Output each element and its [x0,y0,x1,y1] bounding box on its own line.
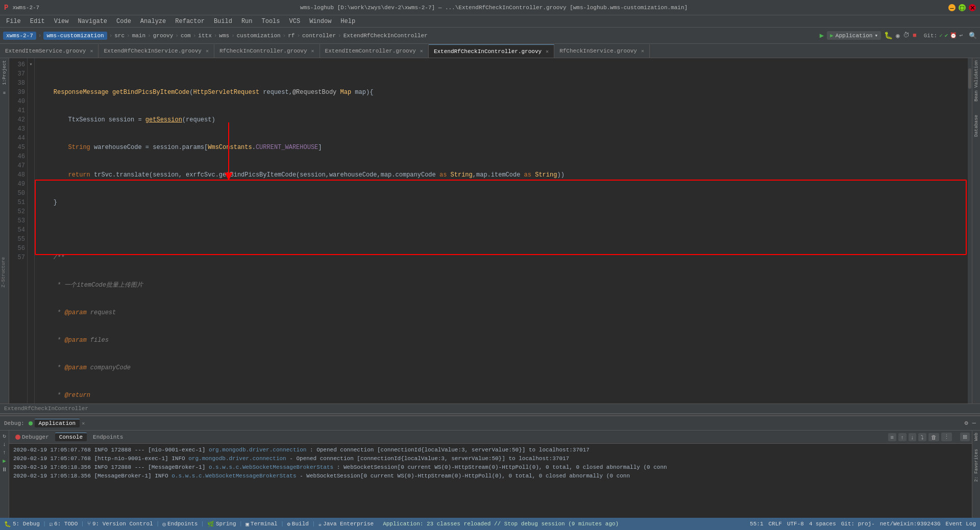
menu-navigate[interactable]: Navigate [74,17,111,26]
run-icon[interactable]: ▶ [820,31,824,40]
tab-close-icon[interactable]: ✕ [420,48,423,54]
status-spring[interactable]: 🌿 Spring [207,521,236,527]
tab-extend-rf-checkin-service[interactable]: ExtendRfCheckInService.groovy ✕ [99,44,214,58]
tab-console[interactable]: Console [55,433,87,441]
pause-icon[interactable]: ⏸ [2,466,7,473]
coverage-icon[interactable]: ◉ [896,32,900,40]
tab-close-icon[interactable]: ✕ [641,48,644,54]
minimize-button[interactable]: – [948,4,955,11]
scrollbar-thumb[interactable] [968,68,971,89]
menu-view[interactable]: View [50,17,73,26]
sidebar-project-icon[interactable]: 1:Project [2,60,7,85]
cursor-position[interactable]: 55:1 [750,521,763,527]
database-label[interactable]: Database [974,115,979,137]
code-editor[interactable]: ResponseMessage getBindPicsByItemCode(Ht… [35,58,968,403]
more-btn[interactable]: ⋮ [941,433,952,441]
breadcrumb-com[interactable]: com [181,33,191,39]
debug-close-icon[interactable]: ✕ [82,420,85,426]
app-selector[interactable]: ▶ Application ▾ [827,31,881,40]
debug-settings-icon[interactable]: ⚙ [965,419,968,427]
breadcrumb-src[interactable]: src [114,33,125,39]
fold-icon[interactable]: ▾ [28,60,34,69]
git-revert-icon[interactable]: ↩ [959,32,963,39]
git-history-icon[interactable]: ⏰ [950,32,957,39]
close-button[interactable]: ✕ [969,4,976,11]
tab-close-icon[interactable]: ✕ [546,48,549,55]
menu-vcs[interactable]: VCS [285,17,305,26]
tab-rf-checkin-controller[interactable]: RfCheckInController.groovy ✕ [214,44,320,58]
breadcrumb-customization[interactable]: customization [237,33,281,39]
status-java-enterprise[interactable]: ☕ Java Enterprise [318,521,374,527]
code-area[interactable]: 36 37 38 39 40 41 42 43 44 45 46 47 48 4… [9,58,980,403]
git-tick-icon[interactable]: ✔ [945,32,948,39]
tab-close-icon[interactable]: ✕ [90,48,93,54]
debug-header: Debug: Application ✕ ⚙ — [0,416,980,431]
breadcrumb-groovy[interactable]: groovy [153,33,174,39]
breadcrumb-file[interactable]: ExtendRfCheckInController [344,33,428,39]
scroll-down-btn[interactable]: ↓ [909,433,917,441]
tab-application[interactable]: Application [35,419,80,427]
web-label[interactable]: Web [974,433,979,441]
clear-btn[interactable]: 🗑 [928,433,939,441]
tab-extend-item-service[interactable]: ExtendItemService.groovy ✕ [0,44,99,58]
tab-rf-checkin-service[interactable]: RfCheckInService.groovy ✕ [554,44,650,58]
menu-refactor[interactable]: Refactor [171,17,209,26]
status-vcs[interactable]: ⑂ 9: Version Control [87,521,153,527]
breadcrumb-wms[interactable]: wms [219,33,229,39]
menu-run[interactable]: Run [237,17,257,26]
filter-btn[interactable]: ≡ [888,433,896,441]
tab-extend-item-controller[interactable]: ExtendItemController.groovy ✕ [320,44,429,58]
resume-icon[interactable]: ▶ [3,458,6,464]
step-over-icon[interactable]: ↻ [3,433,6,439]
tab-endpoints[interactable]: Endpoints [89,433,127,441]
menu-window[interactable]: Window [305,17,335,26]
bean-validation-label[interactable]: Bean Validation [974,60,979,102]
event-log-btn[interactable]: Event Log [946,521,976,527]
breadcrumb-controller[interactable]: controller [302,33,336,39]
status-todo[interactable]: ☑ 6: TODO [49,521,78,527]
status-build[interactable]: ⚙ Build [287,521,309,527]
scrollbar-vertical[interactable] [968,58,972,403]
maximize-button[interactable]: □ [959,4,966,11]
layout-btn[interactable]: ⊞ [960,433,970,441]
spring-icon: 🌿 [207,521,214,527]
project-badge[interactable]: xwms-2-7 [3,32,36,40]
breadcrumb-main[interactable]: main [132,33,145,39]
favorites-label[interactable]: 2: Favorites [974,449,979,482]
menu-build[interactable]: Build [210,17,236,26]
sidebar-structure-icon[interactable]: ≡ [3,91,6,96]
step-in-icon[interactable]: ↓ [3,441,6,447]
charset[interactable]: UTF-8 [787,521,804,527]
debug-run-icon[interactable]: 🐛 [884,31,893,40]
menu-analyze[interactable]: Analyze [136,17,170,26]
menu-code[interactable]: Code [112,17,135,26]
search-icon[interactable]: 🔍 [969,32,977,40]
profile-icon[interactable]: ⏱ [903,32,910,39]
step-out-icon[interactable]: ↑ [3,449,6,456]
tab-debugger[interactable]: Debugger [11,433,53,441]
menu-tools[interactable]: Tools [258,17,284,26]
menu-file[interactable]: File [2,17,25,26]
git-check-icon[interactable]: ✓ [939,32,943,39]
line-ending[interactable]: CRLF [769,521,782,527]
breadcrumb-rf[interactable]: rf [288,33,295,39]
scroll-up-btn[interactable]: ↑ [898,433,906,441]
stop-icon[interactable]: ■ [913,32,917,39]
menu-help[interactable]: Help [336,17,359,26]
menu-edit[interactable]: Edit [26,17,49,26]
breadcrumb-ittx[interactable]: ittx [198,33,211,39]
tab-extend-rf-checkin-controller[interactable]: ExtendRfCheckInController.groovy ✕ [429,44,554,58]
app-icon: ▶ [830,32,834,39]
tab-close-icon[interactable]: ✕ [311,48,314,54]
z-structure-label[interactable]: Z-Structure [0,255,7,289]
indent[interactable]: 4 spaces [809,521,836,527]
branch-badge[interactable]: wms-customization [43,32,107,40]
debug-minimize-icon[interactable]: — [972,420,976,427]
tab-label: ExtendItemService.groovy [5,48,86,54]
status-debug[interactable]: 🐛 5: Debug [4,521,40,527]
status-terminal[interactable]: ▣ Terminal [246,521,277,527]
status-endpoints[interactable]: ◎ Endpoints [162,521,198,527]
tab-close-icon[interactable]: ✕ [206,48,209,54]
wrap-btn[interactable]: ⤵ [918,433,926,441]
code-line-47: * @return [39,391,964,400]
